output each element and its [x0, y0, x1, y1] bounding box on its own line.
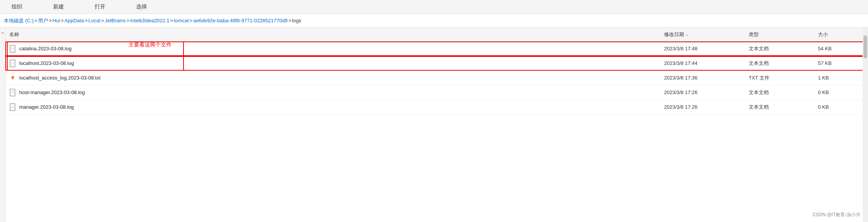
- breadcrumb-item-intellij[interactable]: IntelliJIdea2022.1: [130, 18, 169, 23]
- file-type: 文本文档: [749, 89, 818, 96]
- file-date: 2023/3/8 17:26: [664, 104, 749, 110]
- file-date: 2023/3/8 17:36: [664, 75, 749, 81]
- breadcrumb-item-logs: logs: [292, 18, 301, 23]
- file-name-cell: manager.2023-03-08.log: [9, 103, 664, 111]
- breadcrumb-separator: >: [127, 18, 130, 23]
- doc-icon: [9, 45, 16, 53]
- file-name: manager.2023-03-08.log: [19, 104, 74, 110]
- file-name: catalina.2023-03-08.log: [19, 46, 72, 51]
- file-header: 名称 修改日期 ⌄ 类型 大小: [5, 28, 868, 41]
- annotation-label: 主要看这两个文件: [129, 41, 172, 48]
- breadcrumb-separator: >: [34, 18, 37, 23]
- sort-arrow: ⌄: [686, 32, 689, 36]
- file-size: 1 KB: [818, 75, 864, 81]
- table-row[interactable]: ▼ localhost_access_log.2023-03-08.txt 20…: [5, 71, 868, 85]
- file-size: 0 KB: [818, 104, 864, 110]
- file-name-cell: catalina.2023-03-08.log: [9, 45, 664, 53]
- file-date: 2023/3/8 17:48: [664, 46, 749, 51]
- file-type: 文本文档: [749, 104, 818, 111]
- watermark: CSDN @IT教育-汤小洋: [813, 212, 860, 218]
- scroll-up-arrow[interactable]: ⌃: [1, 31, 5, 37]
- file-name: localhost_access_log.2023-03-08.txt: [19, 75, 100, 81]
- file-name-cell: host-manager.2023-03-08.log: [9, 89, 664, 96]
- scrollbar-thumb[interactable]: [863, 35, 867, 58]
- sidebar-scroll[interactable]: ⌃: [0, 28, 5, 222]
- col-size[interactable]: 大小: [818, 31, 864, 38]
- file-list: catalina.2023-03-08.log 2023/3/8 17:48 文…: [5, 41, 868, 114]
- breadcrumb-separator: >: [288, 18, 291, 23]
- breadcrumb-item-c[interactable]: 本地磁盘 (C:): [4, 17, 33, 24]
- breadcrumb-separator: >: [61, 18, 64, 23]
- file-type: 文本文档: [749, 60, 818, 67]
- file-date: 2023/3/8 17:26: [664, 89, 749, 95]
- breadcrumb: 本地磁盘 (C:) > 用户 > Hui > AppData > Local >…: [0, 14, 868, 28]
- breadcrumb-item-local[interactable]: Local: [88, 18, 100, 23]
- doc-icon: [9, 60, 16, 67]
- scrollbar[interactable]: [863, 28, 868, 222]
- main-content: ⌃ 名称 修改日期 ⌄ 类型 大小 主要看这两个文件: [0, 28, 868, 222]
- file-size: 57 KB: [818, 60, 864, 66]
- breadcrumb-item-appdata[interactable]: AppData: [65, 18, 84, 23]
- breadcrumb-separator: >: [85, 18, 88, 23]
- file-date: 2023/3/8 17:44: [664, 60, 749, 66]
- col-date[interactable]: 修改日期 ⌄: [664, 31, 749, 38]
- breadcrumb-separator: >: [49, 18, 52, 23]
- toolbar-select[interactable]: 选择: [132, 1, 151, 13]
- file-name: host-manager.2023-03-08.log: [19, 89, 85, 95]
- file-name: localhost.2023-03-08.log: [19, 60, 74, 66]
- doc-icon: [9, 103, 16, 111]
- file-name-cell: ▼ localhost_access_log.2023-03-08.txt: [9, 74, 664, 82]
- col-type[interactable]: 类型: [749, 31, 818, 38]
- toolbar-open[interactable]: 打开: [91, 1, 109, 13]
- table-row[interactable]: localhost.2023-03-08.log 2023/3/8 17:44 …: [5, 56, 868, 71]
- breadcrumb-item-jetbrains[interactable]: JetBrains: [105, 18, 125, 23]
- file-type: 文本文档: [749, 45, 818, 52]
- toolbar-organize[interactable]: 组织: [8, 1, 26, 13]
- breadcrumb-item-tomcat[interactable]: tomcat: [174, 18, 189, 23]
- col-name[interactable]: 名称: [9, 31, 664, 38]
- table-row[interactable]: manager.2023-03-08.log 2023/3/8 17:26 文本…: [5, 100, 868, 114]
- file-size: 54 KB: [818, 46, 864, 51]
- breadcrumb-item-users[interactable]: 用户: [38, 17, 48, 24]
- file-name-cell: localhost.2023-03-08.log: [9, 60, 664, 67]
- table-row[interactable]: host-manager.2023-03-08.log 2023/3/8 17:…: [5, 85, 868, 100]
- file-type: TXT 文件: [749, 75, 818, 81]
- file-panel: 名称 修改日期 ⌄ 类型 大小 主要看这两个文件: [5, 28, 868, 222]
- breadcrumb-separator: >: [170, 18, 173, 23]
- file-size: 0 KB: [818, 89, 864, 95]
- toolbar: 组织 新建 打开 选择: [0, 0, 868, 14]
- breadcrumb-separator: >: [101, 18, 104, 23]
- breadcrumb-item-uuid[interactable]: ae6de92e-baba-48f8-9771-0228521770d9: [193, 18, 287, 23]
- doc-icon: [9, 89, 16, 96]
- breadcrumb-item-hui[interactable]: Hui: [52, 18, 60, 23]
- vlc-icon: ▼: [9, 74, 16, 82]
- breadcrumb-separator: >: [190, 18, 193, 23]
- toolbar-new[interactable]: 新建: [49, 1, 68, 13]
